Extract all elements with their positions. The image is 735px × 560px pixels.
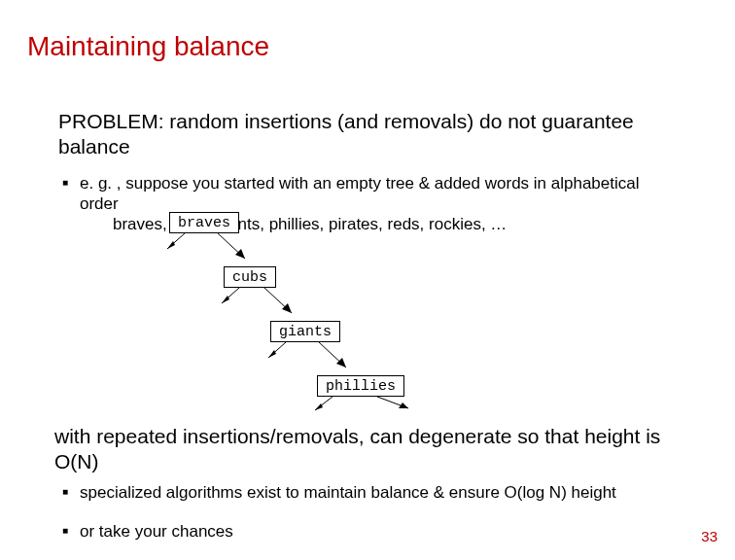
svg-marker-9 (268, 350, 276, 358)
bullet-chances: ■ or take your chances (80, 521, 663, 542)
tree-node-braves: braves (169, 212, 239, 233)
tree-node-phillies: phillies (317, 375, 404, 397)
bullet-marker: ■ (62, 525, 68, 538)
bullet-text: or take your chances (80, 522, 233, 541)
svg-marker-13 (315, 403, 323, 410)
arrow-left-2 (266, 340, 305, 368)
tree-diagram: braves cubs giants phillies (156, 212, 544, 416)
conclusion-text: with repeated insertions/removals, can d… (54, 424, 677, 475)
svg-marker-5 (222, 296, 229, 303)
bullet-specialized: ■ specialized algorithms exist to mainta… (80, 482, 663, 503)
page-number: 33 (701, 528, 718, 544)
arrow-right-1 (262, 286, 311, 325)
bullet-text: e. g. , suppose you started with an empt… (80, 174, 640, 213)
arrow-left-3 (313, 395, 352, 416)
tree-node-cubs: cubs (224, 266, 276, 288)
arrow-right-0 (216, 231, 264, 270)
arrow-left-1 (220, 286, 259, 313)
tree-node-giants: giants (270, 321, 340, 342)
bullet-marker: ■ (62, 486, 68, 499)
bullet-marker: ■ (62, 177, 68, 190)
slide-title: Maintaining balance (27, 31, 269, 62)
problem-statement: PROBLEM: random insertions (and removals… (58, 109, 661, 160)
svg-marker-1 (167, 241, 175, 249)
arrow-right-3 (375, 395, 420, 416)
bullet-text: specialized algorithms exist to maintain… (80, 483, 616, 502)
bullet-example-intro: ■ e. g. , suppose you started with an em… (80, 173, 663, 215)
arrow-right-2 (317, 340, 366, 379)
